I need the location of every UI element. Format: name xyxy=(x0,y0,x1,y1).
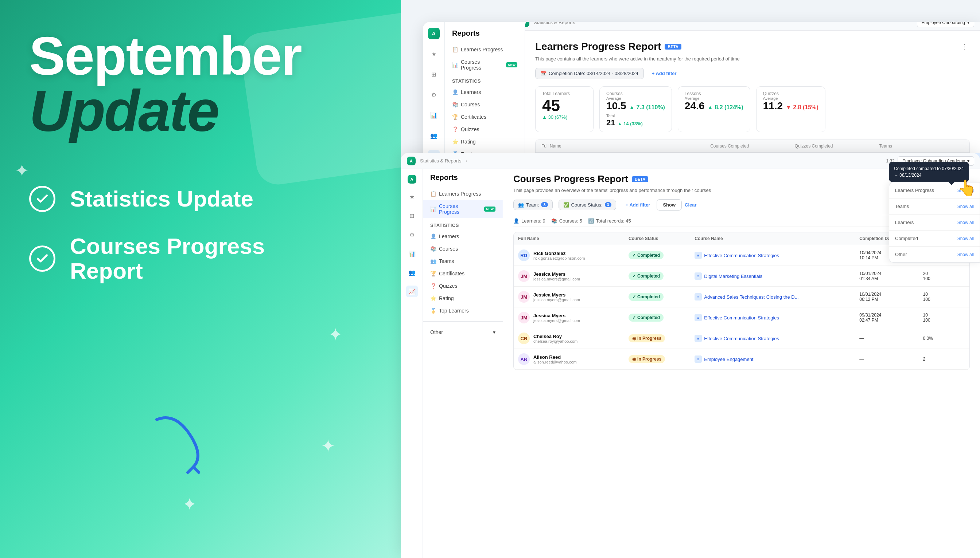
jessica1-avatar: JM xyxy=(518,270,530,282)
table-row: AR Alison Reed alison.reed@yahoo.com ◉ I… xyxy=(514,349,969,370)
date-filter-chip[interactable]: 📅 Completion Date: 08/14/2024 - 08/28/20… xyxy=(535,68,644,79)
chelsea-user: CR Chelsea Roy chelsea.roy@yahoo.com xyxy=(518,333,620,344)
chevron-down-other: ▾ xyxy=(493,329,496,335)
sr-icon: ⭐ xyxy=(430,295,436,301)
rp-completed: Completed Show all xyxy=(889,231,980,246)
sidebar-link-learners-progress-top[interactable]: 📋 Learners Progress xyxy=(445,43,525,56)
chart-icon[interactable]: 📊 xyxy=(428,109,440,121)
sidebar-link-learners-progress-bottom[interactable]: 📋 Learners Progress xyxy=(423,187,503,200)
star-icon[interactable]: ★ xyxy=(428,48,440,60)
courses-table-body: RG Rick Gonzalez rick.gonzalez@robinson.… xyxy=(514,245,969,370)
star-icon-bottom[interactable]: ★ xyxy=(406,191,418,202)
logo-bottom-narrow: A xyxy=(408,175,416,184)
sidebar-stat-top-learners-bottom[interactable]: 🥇 Top Learners xyxy=(423,305,503,317)
course-icon-chelsea: ≡ xyxy=(695,335,702,342)
check-icon-rick: ✓ xyxy=(632,253,636,258)
status-icon: ✅ xyxy=(563,202,569,208)
courses-change: ▲ 7.3 (110%) xyxy=(629,104,665,110)
clear-btn[interactable]: Clear xyxy=(685,202,697,208)
sidebar-stat-rating-bottom[interactable]: ⭐ Rating xyxy=(423,292,503,305)
sidebar-stat-quizzes-bottom[interactable]: ❓ Quizzes xyxy=(423,280,503,292)
rp-learners-show-all[interactable]: Show all xyxy=(957,220,974,225)
more-options-top[interactable]: ⋮ xyxy=(960,41,970,52)
table-header-top: Full Name Courses Completed Quizzes Comp… xyxy=(535,140,969,153)
users-icon-bottom[interactable]: 👥 xyxy=(406,267,418,278)
course-icon-alison: ≡ xyxy=(695,356,702,363)
gear-icon[interactable]: ⚙ xyxy=(428,89,440,100)
th-fullname: Full Name xyxy=(542,143,710,149)
rp-other-show-all[interactable]: Show all xyxy=(957,252,974,257)
show-btn[interactable]: Show xyxy=(657,199,682,210)
stat-certs-icon: 🏆 xyxy=(452,114,458,120)
add-filter-btn-bottom[interactable]: + Add filter xyxy=(622,200,654,210)
user-cell-chelsea: CR Chelsea Roy chelsea.roy@yahoo.com xyxy=(514,328,624,349)
sidebar-link-courses-progress-bottom[interactable]: 📊 Courses Progress NEW xyxy=(423,200,503,218)
bar-chart-icon-bottom[interactable]: 📈 xyxy=(406,286,418,297)
top-nav-bar: A Statistics & Reports Employee Onboardi… xyxy=(525,22,980,31)
jessica3-user: JM Jessica Myers jessica.myers@gmail.com xyxy=(518,312,620,323)
stat-quizzes-icon: ❓ xyxy=(452,126,458,132)
rp-completed-label: Completed xyxy=(895,236,918,241)
total-learners-change: ▲ 30 (67%) xyxy=(542,114,586,120)
sidebar-stat-rating-top[interactable]: ⭐ Rating xyxy=(445,136,525,148)
sidebar-stat-certs-top[interactable]: 🏆 Certificates xyxy=(445,111,525,123)
team-filter-tag[interactable]: 👥 Team: 3 xyxy=(513,200,553,210)
users-icon[interactable]: 👥 xyxy=(428,130,440,141)
courses-dot: 📚 xyxy=(551,218,557,224)
status-cell-rick: ✓ Completed xyxy=(624,245,690,266)
academy-selector-top[interactable]: Employee Onboarding ▾ xyxy=(917,22,974,27)
th-teams: Teams xyxy=(879,143,964,149)
user-cell-jessica1: JM Jessica Myers jessica.myers@gmail.com xyxy=(514,266,624,287)
sidebar-stat-teams-bottom[interactable]: 👥 Teams xyxy=(423,255,503,268)
courses-stat: Courses Average 10.5 ▲ 7.3 (110%) Total … xyxy=(600,86,672,133)
courses-title-group: Courses Progress Report BETA xyxy=(513,173,648,185)
gear-icon-bottom[interactable]: ⚙ xyxy=(406,229,418,240)
total-sub-label: Total xyxy=(606,114,665,118)
sparkle-1: ✦ xyxy=(15,160,29,181)
rick-course: ≡ Effective Communication Strategies xyxy=(695,252,851,259)
j2-course: ≡ Advanced Sales Techniques: Closing the… xyxy=(695,293,851,300)
sidebar-stat-courses-bottom[interactable]: 📚 Courses xyxy=(423,243,503,255)
chelsea-avatar: CR xyxy=(518,333,530,344)
check-circle-courses xyxy=(29,246,55,272)
lessons-cell-alison: 2 xyxy=(919,349,969,370)
rp-teams: Teams Show all xyxy=(889,199,980,215)
other-link[interactable]: Other ▾ xyxy=(423,326,503,338)
stat-rating-icon: ⭐ xyxy=(452,139,458,144)
stats-feature-label: Statistics Update xyxy=(70,187,254,211)
quizzes-label: Quizzes xyxy=(763,91,819,96)
logo-nav-top: A xyxy=(525,22,529,27)
courses-label: Courses xyxy=(606,91,665,96)
sct-icon: 🏆 xyxy=(430,271,436,276)
course-icon-j1: ≡ xyxy=(695,272,702,280)
sidebar-stat-courses-top[interactable]: 📚 Courses xyxy=(445,98,525,111)
th-course-status: Course Status xyxy=(624,232,690,245)
september-title: September xyxy=(29,29,379,83)
course-icon-j3: ≡ xyxy=(695,314,702,321)
summary-courses: 📚 Courses: 5 xyxy=(551,218,582,224)
user-cell-rick: RG Rick Gonzalez rick.gonzalez@robinson.… xyxy=(514,245,624,266)
date-cell-j3: 09/31/2024 02:47 PM xyxy=(855,307,918,328)
rp-other-label: Other xyxy=(895,252,907,257)
lessons-cell-j3: 10 100 xyxy=(919,307,969,328)
sidebar-link-courses-progress-top[interactable]: 📊 Courses Progress NEW xyxy=(445,56,525,74)
check-circle-stats xyxy=(29,186,55,212)
sidebar-stat-learners-bottom[interactable]: 👤 Learners xyxy=(423,230,503,243)
chelsea-info: Chelsea Roy chelsea.roy@yahoo.com xyxy=(534,334,578,343)
sparkle-4: ✦ xyxy=(182,494,197,514)
add-filter-btn-top[interactable]: + Add filter xyxy=(648,68,680,79)
rp-completed-show-all[interactable]: Show all xyxy=(957,236,974,241)
filter-row-top: 📅 Completion Date: 08/14/2024 - 08/28/20… xyxy=(535,68,970,79)
grid-icon[interactable]: ⊞ xyxy=(428,69,440,80)
features-list: Statistics Update Courses ProgressReport xyxy=(29,186,379,283)
status-filter-tag[interactable]: ✅ Course Status: 3 xyxy=(558,200,616,210)
sidebar-stat-learners-top[interactable]: 👤 Learners xyxy=(445,86,525,98)
chart-icon-bottom[interactable]: 📊 xyxy=(406,248,418,259)
course-cell-alison: ≡ Employee Engagement xyxy=(690,349,855,370)
rp-teams-show-all[interactable]: Show all xyxy=(957,204,974,209)
sidebar-stat-quizzes-top[interactable]: ❓ Quizzes xyxy=(445,123,525,136)
alison-course: ≡ Employee Engagement xyxy=(695,356,851,363)
sidebar-stat-certs-bottom[interactable]: 🏆 Certificates xyxy=(423,268,503,280)
grid-icon-bottom[interactable]: ⊞ xyxy=(406,210,418,222)
course-cell-chelsea: ≡ Effective Communication Strategies xyxy=(690,328,855,349)
